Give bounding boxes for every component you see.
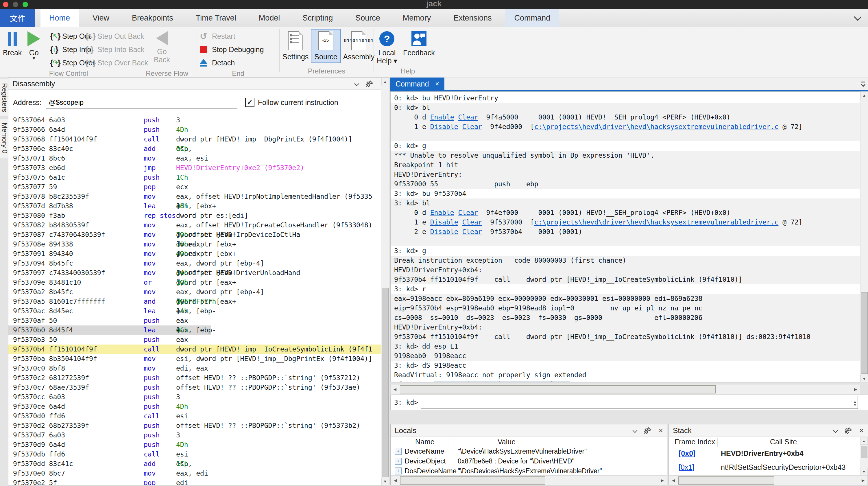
disassembly-row[interactable]: 9f5370db ffd6callesi <box>8 450 381 459</box>
disassembly-row[interactable]: 9f5370ce 6a4dpush4Dh <box>8 402 381 412</box>
break-button[interactable]: Break <box>0 30 25 58</box>
expander-icon[interactable]: + <box>395 448 402 455</box>
command-tab[interactable]: Command × <box>390 78 444 90</box>
source-button[interactable]: </> Source <box>311 30 340 62</box>
command-output[interactable]: 0: kd> bu HEVD!DriverEntry0: kd> bl 0 d … <box>390 91 860 383</box>
scrollbar-thumb[interactable] <box>861 292 868 374</box>
panel-menu-chevron-icon[interactable] <box>834 429 837 432</box>
command-vertical-scrollbar[interactable]: ▲ ▼ <box>860 91 868 383</box>
scroll-up-arrow[interactable]: ▲ <box>860 437 868 445</box>
scroll-left-arrow[interactable]: ◀ <box>391 476 400 485</box>
follow-current-instruction-checkbox[interactable]: ✓ <box>245 98 254 107</box>
stack-frame-link[interactable]: [0x0] <box>679 449 695 458</box>
scroll-left-arrow[interactable]: ◀ <box>669 476 678 485</box>
go-dropdown-icon[interactable]: ▾ <box>33 57 35 60</box>
command-link[interactable]: Clear <box>462 218 482 226</box>
ribbon-tab-file[interactable]: 文件 <box>0 9 35 27</box>
disassembly-row[interactable]: 9f5370cc 6a03push3 <box>8 392 381 402</box>
ribbon-tab-view[interactable]: View <box>84 9 118 27</box>
settings-button[interactable]: Settings <box>280 30 311 62</box>
go-button[interactable]: Go ▾ <box>25 30 43 61</box>
scroll-up-arrow[interactable]: ▲ <box>861 91 868 99</box>
disassembly-row[interactable]: 9f537082 b84830539fmoveax, offset HEVD!I… <box>8 220 381 230</box>
disassembly-row[interactable]: 9f5370b0 8d45f4leaeax, [ebp-0Ch] <box>8 326 381 335</box>
disassembly-row[interactable]: 9f537094 8b45fcmoveax, dword ptr [ebp-4] <box>8 259 381 268</box>
disassembly-row[interactable]: 9f5370e0 8bc7moveax, edi <box>8 468 381 478</box>
scroll-right-arrow[interactable]: ▶ <box>658 476 667 485</box>
scroll-down-arrow[interactable]: ▼ <box>860 468 868 475</box>
command-link[interactable]: Enable <box>430 209 454 216</box>
disassembly-row[interactable]: 9f5370d9 6a4dpush4Dh <box>8 440 381 450</box>
panel-menu-chevron-icon[interactable] <box>355 82 359 85</box>
disassembly-row[interactable]: 9f537078 b8c235539fmoveax, offset HEVD!I… <box>8 192 381 201</box>
command-link[interactable]: Clear <box>462 228 482 236</box>
stack-horizontal-scrollbar[interactable]: ◀ ▶ <box>669 475 868 485</box>
disassembly-vertical-scrollbar[interactable]: ▲ ▼ <box>381 78 389 485</box>
disassembly-row[interactable]: 9f537075 6a1cpush1Ch <box>8 173 381 182</box>
panel-expand-chevron-icon[interactable] <box>861 82 865 86</box>
disassembly-row[interactable]: 9f537091 894340movdword ptr [ebx+40h], e… <box>8 249 381 259</box>
panel-menu-chevron-icon[interactable] <box>633 429 637 432</box>
pin-icon[interactable] <box>845 427 852 434</box>
command-input[interactable] <box>421 396 858 409</box>
command-link[interactable]: Disable <box>430 123 458 130</box>
close-icon[interactable]: × <box>435 80 439 88</box>
ribbon-tab-scripting[interactable]: Scripting <box>294 9 341 27</box>
disassembly-row[interactable]: 9f5370b3 50pusheax <box>8 335 381 344</box>
ribbon-collapse-chevron-icon[interactable] <box>854 13 862 21</box>
disassembly-row[interactable]: 9f53709e 83481c10ordword ptr [eax+1Ch], … <box>8 278 381 287</box>
disassembly-row[interactable]: 9f5370d2 68b273539fpushoffset HEVD! ?? :… <box>8 421 381 430</box>
step-out-back-button[interactable]: {↖} Step Out Back <box>83 30 151 43</box>
stack-frame-link[interactable]: [0x1] <box>679 463 694 472</box>
disassembly-row[interactable]: 9f5370c0 8bf8movedi, eax <box>8 364 381 373</box>
locals-horizontal-scrollbar[interactable]: ◀ ▶ <box>391 475 667 485</box>
disassembly-row[interactable]: 9f5370c7 68ae73539fpushoffset HEVD! ?? :… <box>8 383 381 392</box>
pin-icon[interactable] <box>644 427 651 434</box>
scrollbar-thumb[interactable] <box>382 288 389 477</box>
scroll-right-arrow[interactable]: ▶ <box>859 476 867 485</box>
disassembly-row[interactable]: 9f5370a5 81601c7fffffffanddword ptr [eax… <box>8 297 381 306</box>
pin-icon[interactable] <box>366 80 373 87</box>
disassembly-row[interactable]: 9f537064 6a03push3 <box>8 115 381 125</box>
disassembly-row[interactable]: 9f5370dd 83c41caddesp, 1Ch <box>8 459 381 468</box>
command-link[interactable]: Disable <box>430 228 458 236</box>
disassembly-row[interactable]: 9f5370d0 ffd6callesi <box>8 412 381 421</box>
stack-row[interactable]: [0x0]HEVD!DriverEntry+0xb4 <box>669 446 860 460</box>
ribbon-tab-source[interactable]: Source <box>347 9 389 27</box>
disassembly-row[interactable]: 9f537080 f3abrep stosdword ptr es:[edi] <box>8 211 381 220</box>
scrollbar-thumb[interactable] <box>400 385 716 393</box>
step-into-back-button[interactable]: {↓} Step Into Back <box>83 43 151 56</box>
address-input[interactable] <box>46 96 237 109</box>
command-link[interactable]: Clear <box>458 209 478 216</box>
ribbon-tab-home[interactable]: Home <box>40 9 79 27</box>
assembly-button[interactable]: 0110110101 Assembly <box>340 30 377 62</box>
scrollbar-thumb[interactable] <box>678 477 774 485</box>
expander-icon[interactable]: + <box>395 467 402 475</box>
input-spinner[interactable]: ▲▼ <box>852 397 858 409</box>
close-icon[interactable]: × <box>659 426 663 435</box>
scroll-down-arrow[interactable]: ▼ <box>381 478 389 485</box>
disassembly-row[interactable]: 9f53706e 83c40caddesp, 0Ch <box>8 144 381 154</box>
ribbon-tab-model[interactable]: Model <box>250 9 289 27</box>
feedback-button[interactable]: Feedback <box>400 30 438 58</box>
scroll-right-arrow[interactable]: ▶ <box>851 385 860 394</box>
step-over-back-button[interactable]: {↷} Step Over Back <box>83 56 151 69</box>
command-link[interactable]: c:\projects\hevd\driver\hevd\hacksysextr… <box>534 218 779 226</box>
command-link[interactable]: Enable <box>430 113 454 121</box>
scrollbar-thumb[interactable] <box>400 477 545 485</box>
disassembly-row[interactable]: 9f5370c2 681272539fpushoffset HEVD! ?? :… <box>8 373 381 383</box>
command-link[interactable]: Clear <box>462 123 482 130</box>
command-horizontal-scrollbar[interactable]: ◀ ▶ <box>390 384 860 394</box>
command-link[interactable]: Disable <box>430 218 458 226</box>
disassembly-row[interactable]: 9f537073 eb6djmpHEVD!DriverEntry+0xe2 (9… <box>8 163 381 173</box>
disassembly-row[interactable]: 9f537066 6a4dpush4Dh <box>8 125 381 134</box>
ribbon-tab-breakpoints[interactable]: Breakpoints <box>123 9 182 27</box>
stack-vertical-scrollbar[interactable]: ▲ ▼ <box>860 437 868 475</box>
stop-debugging-button[interactable]: Stop Debugging <box>197 43 267 56</box>
disassembly-row[interactable]: 9f537097 c743340030539fmovdword ptr [ebx… <box>8 268 381 278</box>
disassembly-row[interactable]: 9f5370a2 8b45fcmoveax, dword ptr [ebp-4] <box>8 287 381 297</box>
go-back-button[interactable]: Go Back <box>151 30 173 65</box>
disassembly-row[interactable]: 9f53707d 8d7b38leaedi, [ebx+38h] <box>8 201 381 211</box>
disassembly-row[interactable]: 9f537071 8bc6moveax, esi <box>8 154 381 163</box>
disassembly-row[interactable]: 9f5370ba 8b3504104f9fmovesi, dword ptr [… <box>8 354 381 364</box>
